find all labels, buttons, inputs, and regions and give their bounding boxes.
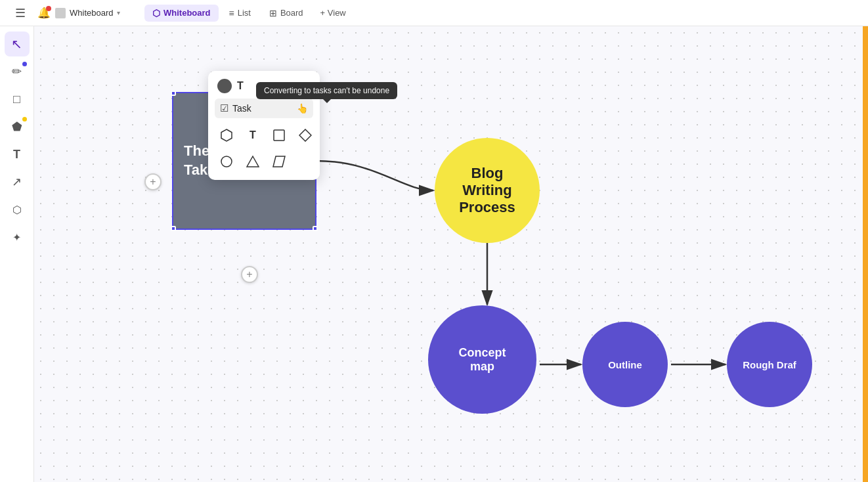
notification-button[interactable]: 🔔 <box>37 6 51 20</box>
connect-icon: ⬡ <box>12 204 22 216</box>
canvas[interactable]: The 12 B Note Tak Apps of 2 + + T ☑ Task… <box>34 26 868 482</box>
shape-diamond[interactable] <box>293 123 317 147</box>
board-tab-icon: ⊞ <box>269 8 277 18</box>
pencil-icon: ✏ <box>12 64 22 79</box>
notification-dot <box>46 6 51 11</box>
draw-tool[interactable]: ✏ <box>5 59 30 84</box>
list-tab-icon: ≡ <box>229 8 234 18</box>
task-check-icon: ☑ <box>220 102 228 114</box>
handle-br <box>313 226 318 231</box>
line-tool[interactable]: ↗ <box>5 169 30 194</box>
cursor-tool[interactable]: ↖ <box>5 32 30 56</box>
tooltip-box: Converting to tasks can't be undone <box>256 82 397 99</box>
toolbar-color-circle[interactable] <box>217 79 232 93</box>
concept-label: Concept map <box>459 346 506 374</box>
cursor-icon: ↖ <box>11 36 22 52</box>
svg-point-7 <box>221 156 232 167</box>
sidebar: ↖ ✏ □ ⬟ T ↗ ⬡ ✦ <box>0 26 34 482</box>
board-tab-label: Board <box>280 8 303 18</box>
handle-tl <box>171 91 176 96</box>
cursor-hand: 👆 <box>297 103 308 114</box>
plus-icon-bottom: + <box>246 269 252 280</box>
whiteboard-tab-icon: ⬡ <box>152 8 160 18</box>
magic-tool[interactable]: ✦ <box>5 225 30 250</box>
connectors-svg <box>34 26 868 482</box>
sticky-icon: ⬟ <box>12 120 22 134</box>
toolbar-header-t: T <box>237 80 244 92</box>
svg-marker-9 <box>273 156 285 167</box>
add-button-bottom[interactable]: + <box>241 266 258 283</box>
blog-writing-label: Blog Writing Process <box>459 165 515 216</box>
draw-dot <box>22 62 27 66</box>
workspace-chevron[interactable]: ▾ <box>117 9 120 16</box>
tab-board[interactable]: ⊞ Board <box>261 5 311 22</box>
list-tab-label: List <box>238 8 251 18</box>
svg-marker-4 <box>221 129 232 141</box>
add-view-button[interactable]: + View <box>314 5 353 21</box>
connect-tool[interactable]: ⬡ <box>5 197 30 222</box>
workspace-icon <box>55 8 66 18</box>
blog-writing-node[interactable]: Blog Writing Process <box>435 138 540 243</box>
magic-icon: ✦ <box>12 231 21 244</box>
shape-triangle[interactable] <box>241 150 265 173</box>
outline-node[interactable]: Outline <box>582 322 668 407</box>
shapes-tool[interactable]: □ <box>5 87 30 112</box>
svg-marker-8 <box>247 156 259 167</box>
line-icon: ↗ <box>12 175 22 189</box>
toolbar-shapes: T <box>215 123 313 173</box>
workspace-name: Whiteboard <box>70 8 113 18</box>
topbar-left: ☰ 🔔 Whiteboard ▾ <box>8 1 139 26</box>
shape-text[interactable]: T <box>241 123 265 147</box>
add-button-left[interactable]: + <box>144 173 162 190</box>
text-icon: T <box>13 148 20 162</box>
right-border <box>863 0 868 482</box>
shape-hexagon[interactable] <box>215 123 238 147</box>
whiteboard-tab-label: Whiteboard <box>163 8 211 18</box>
add-view-label: + View <box>320 8 346 18</box>
rough-label: Rough Draf <box>743 359 796 370</box>
hamburger-icon: ☰ <box>15 6 26 20</box>
outline-label: Outline <box>608 359 642 370</box>
menu-button[interactable]: ☰ <box>8 1 33 26</box>
nav-tabs: ⬡ Whiteboard ≡ List ⊞ Board + View <box>144 5 860 22</box>
tooltip-text: Converting to tasks can't be undone <box>264 86 389 95</box>
svg-rect-5 <box>274 130 284 141</box>
rough-draft-node[interactable]: Rough Draf <box>727 322 812 407</box>
shape-parallelogram[interactable] <box>267 150 291 173</box>
shape-circle[interactable] <box>215 150 238 173</box>
topbar: ☰ 🔔 Whiteboard ▾ ⬡ Whiteboard ≡ List ⊞ B… <box>0 0 868 26</box>
svg-marker-6 <box>299 129 311 141</box>
text-tool[interactable]: T <box>5 142 30 167</box>
handle-bl <box>171 226 176 231</box>
task-label: Task <box>232 103 251 114</box>
plus-icon-left: + <box>150 176 156 188</box>
shapes-icon: □ <box>13 93 20 106</box>
sticky-tool[interactable]: ⬟ <box>5 114 30 139</box>
concept-map-node[interactable]: Concept map <box>428 305 536 414</box>
task-convert-row[interactable]: ☑ Task 👆 <box>215 99 313 118</box>
shape-square[interactable] <box>267 123 291 147</box>
sticky-dot <box>22 117 27 121</box>
tab-whiteboard[interactable]: ⬡ Whiteboard <box>144 5 219 22</box>
text-shape-icon: T <box>250 129 256 141</box>
tab-list[interactable]: ≡ List <box>221 5 259 22</box>
